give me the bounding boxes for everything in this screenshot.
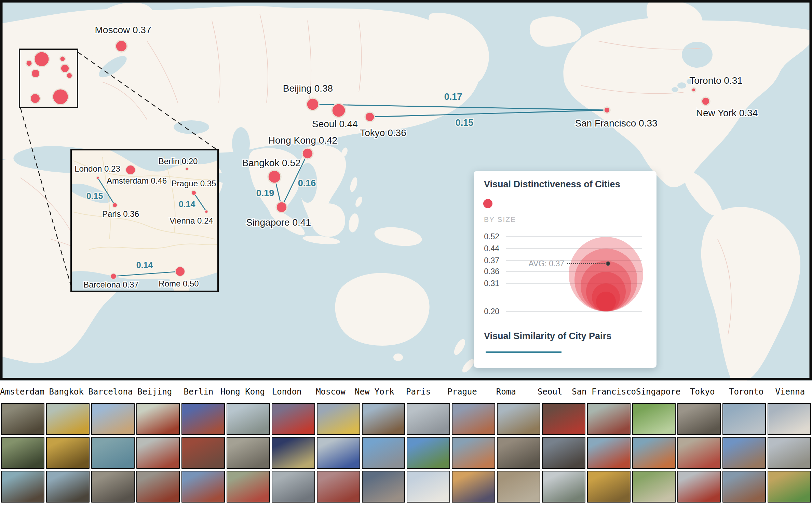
photo-tokyo-row2[interactable]: [677, 437, 721, 469]
similarity-legend-title: Visual Similarity of City Pairs: [484, 331, 611, 342]
avg-label: AVG: 0.37: [529, 259, 564, 268]
photo-berlin-row2[interactable]: [181, 437, 225, 469]
visualization-root: London 0.23Amsterdam 0.46Berlin 0.20Prag…: [0, 0, 812, 507]
photo-prague-row1[interactable]: [452, 403, 495, 435]
photo-paris-row2[interactable]: [407, 437, 450, 469]
photo-amsterdam-row3[interactable]: [1, 471, 44, 503]
city-bubble-san-francisco[interactable]: [604, 107, 610, 113]
europe-mini-bubble: [60, 56, 65, 62]
photo-bangkok-row2[interactable]: [46, 437, 90, 469]
scale-gridline: [506, 311, 642, 312]
photo-singapore-row3[interactable]: [632, 471, 676, 503]
photo-vienna-row2[interactable]: [768, 437, 811, 469]
similarity-value-label: 0.15: [86, 191, 103, 201]
photo-toronto-row1[interactable]: [722, 403, 766, 435]
photo-prague-row2[interactable]: [452, 437, 495, 469]
city-bubble-seoul[interactable]: [332, 104, 346, 117]
similarity-value-label: 0.14: [136, 260, 153, 270]
photo-amsterdam-row1[interactable]: [1, 403, 44, 435]
city-bubble-vienna[interactable]: [205, 210, 208, 213]
photo-new-york-row2[interactable]: [362, 437, 405, 469]
city-bubble-moscow[interactable]: [116, 40, 127, 52]
city-label-beijing: Beijing 0.38: [283, 83, 333, 94]
photo-amsterdam-row2[interactable]: [1, 437, 44, 469]
photo-roma-row2[interactable]: [497, 437, 540, 469]
photo-berlin-row3[interactable]: [181, 471, 225, 503]
city-label-san-francisco: San Francisco 0.33: [575, 118, 657, 129]
europe-mini-bubble: [67, 73, 72, 79]
photo-seoul-row2[interactable]: [542, 437, 585, 469]
photo-beijing-row1[interactable]: [136, 403, 180, 435]
europe-mini-bubble: [30, 94, 40, 104]
city-label-toronto: Toronto 0.31: [689, 75, 743, 86]
city-bubble-bangkok[interactable]: [268, 170, 281, 183]
photo-london-row2[interactable]: [272, 437, 315, 469]
city-bubble-new-york[interactable]: [702, 97, 710, 105]
city-bubble-hong-kong[interactable]: [302, 148, 313, 159]
city-label-seoul: Seoul 0.44: [312, 119, 358, 129]
photo-tokyo-row3[interactable]: [677, 471, 721, 503]
europe-mini-bubble: [31, 69, 40, 78]
photo-prague-row3[interactable]: [452, 471, 495, 503]
city-bubble-toronto[interactable]: [692, 88, 696, 92]
city-bubble-barcelona[interactable]: [111, 273, 117, 279]
city-bubble-rome[interactable]: [175, 267, 185, 276]
photo-barcelona-row1[interactable]: [91, 403, 135, 435]
photo-san-francisco-row2[interactable]: [587, 437, 631, 469]
photo-toronto-row3[interactable]: [722, 471, 766, 503]
similarity-value-label: 0.19: [256, 188, 274, 198]
city-bubble-beijing[interactable]: [307, 98, 319, 110]
gallery-city-name-amsterdam: Amsterdam: [0, 387, 44, 397]
city-bubble-paris[interactable]: [112, 203, 117, 208]
photo-seoul-row3[interactable]: [542, 471, 585, 503]
similarity-value-label: 0.16: [298, 178, 316, 188]
photo-paris-row3[interactable]: [407, 471, 450, 503]
photo-hong-kong-row1[interactable]: [227, 403, 270, 435]
photo-san-francisco-row3[interactable]: [587, 471, 631, 503]
photo-moscow-row1[interactable]: [317, 403, 360, 435]
photo-vienna-row3[interactable]: [768, 471, 811, 503]
photo-paris-row1[interactable]: [407, 403, 450, 435]
photo-bangkok-row3[interactable]: [46, 471, 90, 503]
photo-vienna-row1[interactable]: [768, 403, 811, 435]
legend-panel: Visual Distinctiveness of Cities BY SIZE…: [474, 171, 657, 368]
photo-tokyo-row1[interactable]: [677, 403, 721, 435]
photo-hong-kong-row3[interactable]: [227, 471, 270, 503]
photo-bangkok-row1[interactable]: [46, 403, 90, 435]
city-bubble-tokyo[interactable]: [365, 112, 375, 122]
city-label-tokyo: Tokyo 0.36: [360, 128, 406, 138]
avg-dotted-line: [567, 263, 607, 264]
average-marker: AVG: 0.37: [529, 259, 610, 268]
europe-mini-bubble: [34, 52, 49, 67]
photo-roma-row1[interactable]: [497, 403, 540, 435]
city-label-singapore: Singapore 0.41: [246, 217, 311, 228]
photo-singapore-row1[interactable]: [632, 403, 676, 435]
photo-new-york-row3[interactable]: [362, 471, 405, 503]
photo-barcelona-row3[interactable]: [91, 471, 135, 503]
city-bubble-berlin[interactable]: [186, 168, 188, 170]
gallery-city-name-san-francisco: San Francisco: [572, 387, 636, 397]
city-bubble-prague[interactable]: [191, 190, 196, 195]
photo-hong-kong-row2[interactable]: [227, 437, 270, 469]
photo-beijing-row3[interactable]: [136, 471, 180, 503]
photo-singapore-row2[interactable]: [632, 437, 676, 469]
photo-new-york-row1[interactable]: [362, 403, 405, 435]
photo-london-row1[interactable]: [272, 403, 315, 435]
photo-roma-row3[interactable]: [497, 471, 540, 503]
photo-barcelona-row2[interactable]: [91, 437, 135, 469]
photo-berlin-row1[interactable]: [181, 403, 225, 435]
gallery-city-name-new-york: New York: [353, 387, 396, 397]
city-bubble-amsterdam[interactable]: [126, 165, 135, 175]
photo-toronto-row2[interactable]: [722, 437, 766, 469]
city-bubble-singapore[interactable]: [276, 202, 287, 213]
photo-san-francisco-row1[interactable]: [587, 403, 631, 435]
city-bubble-london[interactable]: [96, 176, 99, 179]
photo-seoul-row1[interactable]: [542, 403, 585, 435]
photo-moscow-row2[interactable]: [317, 437, 360, 469]
photo-beijing-row2[interactable]: [136, 437, 180, 469]
europe-mini-bubble: [61, 64, 69, 73]
photo-london-row3[interactable]: [272, 471, 315, 503]
similarity-value-label: 0.14: [179, 199, 195, 209]
photo-moscow-row3[interactable]: [317, 471, 360, 503]
gallery-city-name-tokyo: Tokyo: [680, 387, 724, 397]
